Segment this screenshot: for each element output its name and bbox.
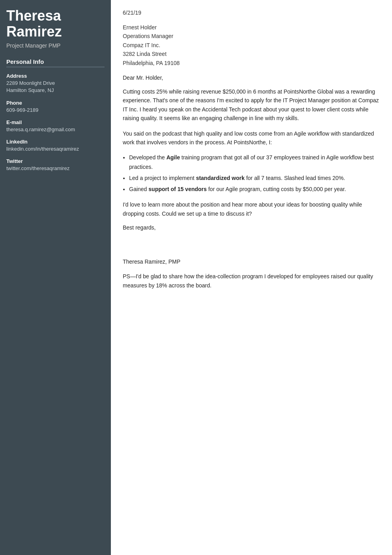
personal-info-heading: Personal Info <box>6 58 105 67</box>
twitter-block: Twitter twitter.com/theresaqramirez <box>6 158 105 172</box>
letter-signature: Theresa Ramirez, PMP <box>123 258 380 265</box>
email-value: theresa.q.ramirez@gmail.com <box>6 126 105 133</box>
address-block: Address 2289 Moonlight Drive Hamilton Sq… <box>6 73 105 94</box>
recipient-street: 3282 Linda Street <box>123 50 380 58</box>
address-line1: 2289 Moonlight Drive <box>6 80 105 87</box>
candidate-name: Theresa Ramirez <box>6 8 105 39</box>
letter-para2-intro: You said on the podcast that high qualit… <box>123 129 380 147</box>
linkedin-value: linkedin.com/in/theresaqramirez <box>6 145 105 153</box>
bullet1-bold: Agile <box>166 154 180 161</box>
letter-closing: Best regards, <box>123 224 380 231</box>
address-label: Address <box>6 73 105 79</box>
linkedin-block: LinkedIn linkedin.com/in/theresaqramirez <box>6 139 105 153</box>
recipient-company: Compaz IT Inc. <box>123 41 380 50</box>
bullet-item-3: Gained support of 15 vendors for our Agi… <box>129 185 380 194</box>
recipient-title: Operations Manager <box>123 32 380 40</box>
candidate-title: Project Manager PMP <box>6 42 105 49</box>
bullet-list: Developed the Agile training program tha… <box>129 153 380 194</box>
recipient-name: Ernest Holder <box>123 23 380 32</box>
phone-label: Phone <box>6 100 105 106</box>
recipient-block: Ernest Holder Operations Manager Compaz … <box>123 23 380 67</box>
linkedin-label: LinkedIn <box>6 139 105 145</box>
bullet3-post: for our Agile program, cutting costs by … <box>207 186 346 192</box>
bullet2-bold: standardized work <box>196 175 245 181</box>
bullet3-pre: Gained <box>129 186 148 192</box>
sidebar: Theresa Ramirez Project Manager PMP Pers… <box>0 0 111 555</box>
twitter-label: Twitter <box>6 158 105 164</box>
recipient-city: Philadelphia, PA 19108 <box>123 59 380 67</box>
address-line2: Hamilton Square, NJ <box>6 87 105 94</box>
letter-para3: I'd love to learn more about the positio… <box>123 200 380 218</box>
phone-value: 609-969-2189 <box>6 107 105 114</box>
email-block: E-mail theresa.q.ramirez@gmail.com <box>6 119 105 133</box>
main-content: 6/21/19 Ernest Holder Operations Manager… <box>111 0 392 555</box>
email-label: E-mail <box>6 119 105 125</box>
twitter-value: twitter.com/theresaqramirez <box>6 165 105 172</box>
bullet-item-1: Developed the Agile training program tha… <box>129 153 380 172</box>
bullet2-post: for all 7 teams. Slashed lead times 20%. <box>245 175 345 181</box>
bullet-item-2: Led a project to implement standardized … <box>129 174 380 183</box>
bullet2-pre: Led a project to implement <box>129 175 196 181</box>
letter-para1: Cutting costs 25% while raising revenue … <box>123 87 380 123</box>
phone-block: Phone 609-969-2189 <box>6 100 105 114</box>
letter-date: 6/21/19 <box>123 10 380 16</box>
bullet1-pre: Developed the <box>129 154 166 161</box>
letter-ps: PS—I'd be glad to share how the idea-col… <box>123 272 380 290</box>
bullet3-bold: support of 15 vendors <box>148 186 207 192</box>
salutation: Dear Mr. Holder, <box>123 75 380 81</box>
